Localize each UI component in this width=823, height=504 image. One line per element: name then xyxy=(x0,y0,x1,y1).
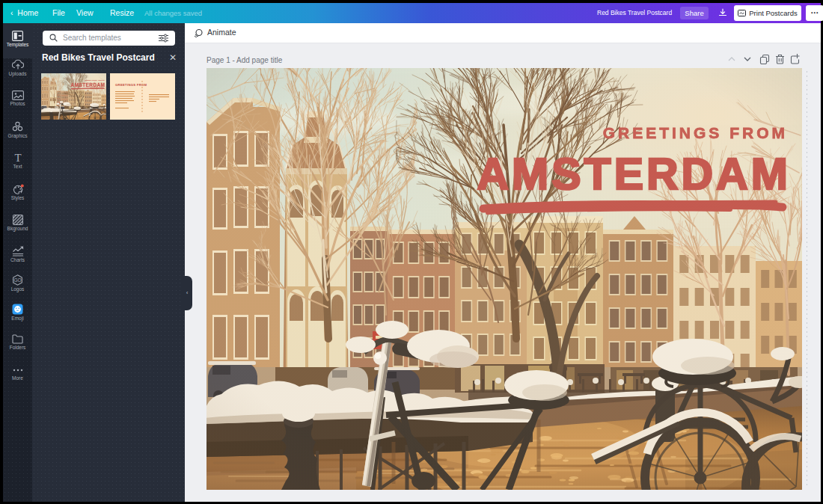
svg-text:T: T xyxy=(14,153,21,163)
svg-text:GO: GO xyxy=(13,277,21,283)
